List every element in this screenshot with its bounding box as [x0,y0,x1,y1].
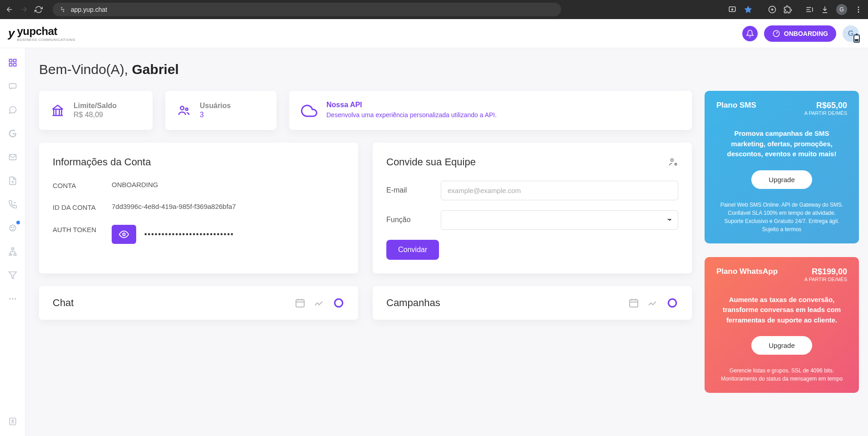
chat-title: Chat [53,297,74,309]
plan-sms-card: Plano SMS R$65,00 A PARTIR DE/MÊS Promov… [705,91,859,243]
sidebar-flow[interactable] [7,246,18,257]
plan-wa-upgrade-button[interactable]: Upgrade [751,336,812,355]
balance-title: Limite/Saldo [74,102,117,110]
svg-rect-28 [296,300,304,307]
address-bar[interactable]: app.yup.chat [53,3,561,16]
account-value: ONBOARDING [112,181,158,188]
svg-point-27 [675,163,677,165]
svg-rect-30 [630,300,638,307]
stat-balance[interactable]: Limite/Saldo R$ 48,09 [39,91,153,130]
sidebar-voice[interactable] [7,199,18,210]
sidebar-email[interactable] [7,152,18,163]
plan-sms-per: A PARTIR DE/MÊS [804,110,847,116]
browser-menu-icon[interactable] [854,5,863,14]
browser-profile-button[interactable]: G [836,4,847,15]
plan-wa-per: A PARTIR DE/MÊS [804,277,847,282]
account-info-card: Informações da Conta CONTA ONBOARDING ID… [39,143,358,273]
svg-point-14 [13,227,14,228]
plan-sms-fine: Painel Web SMS Online. API de Gateway do… [716,201,847,233]
campaigns-section: Campanhas [373,286,692,320]
calendar-icon[interactable] [295,297,306,308]
plan-sms-desc: Promova campanhas de SMS marketing, ofer… [716,129,847,159]
sidebar-sms[interactable] [7,81,18,92]
reveal-token-button[interactable] [112,225,136,244]
svg-point-12 [10,225,15,231]
svg-rect-10 [9,84,16,88]
users-title: Usuários [200,102,231,110]
gauge-icon [772,30,780,38]
new-tab-icon[interactable] [768,5,776,14]
welcome-username: Gabriel [132,62,179,77]
role-label: Função [386,216,432,224]
user-avatar[interactable]: G [843,25,859,42]
extensions-icon[interactable] [784,5,792,14]
sidebar-more[interactable] [7,293,18,304]
svg-rect-8 [13,64,16,66]
trend-icon[interactable] [314,297,325,308]
site-settings-icon[interactable] [59,6,66,13]
invite-button[interactable]: Convidar [386,240,439,260]
onboarding-button[interactable]: ONBOARDING [764,25,836,42]
donut-icon[interactable] [333,297,345,309]
token-masked: •••••••••••••••••••••••••• [144,230,234,238]
svg-point-26 [671,159,674,161]
svg-rect-17 [14,254,16,255]
users-value: 3 [200,111,231,119]
account-info-title: Informações da Conta [53,156,345,168]
api-title: Nossa API [326,101,497,109]
donut-icon[interactable] [666,297,678,309]
plan-wa-fine: Gerencie listas e grupos. SSL de 4096 bi… [716,367,847,383]
sidebar-dashboard[interactable] [7,57,18,68]
users-icon [177,104,191,117]
forward-button[interactable] [20,5,28,14]
chat-section: Chat [39,286,358,320]
plan-sms-name: Plano SMS [716,101,756,110]
svg-point-13 [11,227,12,228]
sidebar-bot[interactable] [7,223,18,233]
role-select[interactable] [441,210,678,230]
downloads-icon[interactable] [821,5,829,14]
balance-value: R$ 48,09 [74,111,117,119]
onboarding-label: ONBOARDING [784,30,828,37]
email-label: E-mail [386,186,432,194]
plan-wa-name: Plano WhatsApp [716,267,778,276]
team-settings-icon[interactable] [668,157,678,167]
svg-point-23 [181,106,184,110]
logo-text: yupchat [17,25,57,37]
stat-users[interactable]: Usuários 3 [165,91,276,130]
sidebar [0,48,25,436]
email-input[interactable] [441,181,678,200]
svg-point-25 [123,233,125,236]
notification-bell[interactable] [742,26,758,41]
sidebar-filter[interactable] [7,270,18,281]
calendar-icon[interactable] [628,297,639,308]
svg-point-20 [15,298,16,299]
sidebar-contacts[interactable] [7,416,18,427]
invite-card: Convide sua Equipe E-mail Função [373,143,692,273]
plan-sms-price: R$65,00 [804,101,847,110]
auth-token-label: AUTH TOKEN [53,225,112,235]
cloud-icon [301,103,317,119]
plan-sms-upgrade-button[interactable]: Upgrade [751,170,812,189]
back-button[interactable] [5,5,14,14]
svg-point-29 [335,299,342,307]
svg-point-18 [9,298,10,299]
browser-toolbar: app.yup.chat G [0,0,868,19]
media-control-icon[interactable] [805,5,814,14]
install-app-icon[interactable] [728,5,736,14]
stat-api[interactable]: Nossa API Desenvolva uma experiência per… [289,91,692,130]
logo[interactable]: y yupchat BUSINESS COMMUNICATIONS [8,25,75,42]
svg-rect-16 [9,254,11,255]
svg-point-22 [12,420,13,421]
svg-rect-7 [13,59,16,62]
bookmark-star-icon[interactable] [744,5,753,14]
svg-rect-6 [9,59,12,62]
trend-icon[interactable] [647,297,658,308]
sidebar-document[interactable] [7,175,18,186]
reload-button[interactable] [35,5,43,14]
svg-point-31 [668,299,676,307]
sidebar-whatsapp[interactable] [7,104,18,115]
sidebar-google[interactable] [7,128,18,139]
svg-point-2 [858,6,859,8]
battery-icon [853,35,860,43]
